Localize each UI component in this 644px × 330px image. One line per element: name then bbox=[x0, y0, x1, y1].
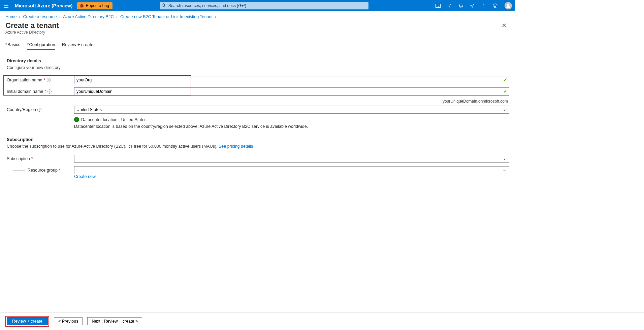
domain-suffix: yourUniqueDomain.onmicrosoft.com bbox=[7, 99, 509, 104]
checkmark-icon: ✓ bbox=[504, 89, 507, 94]
svg-point-5 bbox=[494, 5, 495, 5]
page-title: Create a tenant bbox=[5, 21, 59, 30]
top-bar: Microsoft Azure (Preview) 🐞 Report a bug bbox=[0, 0, 515, 11]
success-icon: ✓ bbox=[74, 117, 79, 122]
info-icon[interactable]: i bbox=[47, 78, 51, 82]
checkmark-icon: ✓ bbox=[504, 77, 507, 82]
chevron-right-icon: › bbox=[215, 14, 216, 19]
row-subscription: Subscription * bbox=[7, 155, 509, 163]
svg-point-7 bbox=[507, 4, 509, 6]
info-icon[interactable]: i bbox=[37, 108, 41, 112]
label-resource-group-text: Resource group bbox=[28, 168, 58, 173]
bug-label: Report a bug bbox=[86, 3, 109, 8]
info-icon[interactable]: i bbox=[47, 89, 52, 94]
crumb-home[interactable]: Home bbox=[5, 14, 17, 19]
label-country-text: Country/Region bbox=[7, 107, 36, 112]
search-wrap bbox=[160, 2, 368, 9]
help-icon[interactable] bbox=[481, 3, 486, 8]
chevron-right-icon: › bbox=[19, 14, 21, 19]
cloud-shell-icon[interactable] bbox=[435, 3, 441, 8]
input-domain-name[interactable] bbox=[74, 87, 509, 96]
label-resource-group: Resource group * bbox=[28, 168, 74, 173]
menu-icon[interactable] bbox=[3, 4, 9, 8]
label-org-name: Organization name * i bbox=[7, 78, 74, 82]
tab-basics[interactable]: *Basics bbox=[5, 42, 20, 50]
highlight-box-review: Review + create bbox=[5, 316, 49, 327]
user-avatar[interactable] bbox=[505, 2, 512, 9]
input-org-name[interactable] bbox=[74, 76, 509, 84]
tab-configuration[interactable]: *Configuration bbox=[27, 42, 55, 50]
label-subscription: Subscription * bbox=[7, 156, 74, 161]
tab-review[interactable]: Review + create bbox=[62, 42, 94, 50]
review-create-button[interactable]: Review + create bbox=[7, 317, 48, 325]
datacenter-location-text: Datacenter location - United States bbox=[81, 117, 147, 122]
label-domain-name-text: Initial domain name bbox=[7, 89, 43, 94]
report-bug-button[interactable]: 🐞 Report a bug bbox=[77, 2, 112, 9]
create-new-rg-link[interactable]: Create new bbox=[74, 174, 96, 179]
directory-section-title: Directory details bbox=[7, 58, 509, 63]
svg-line-1 bbox=[164, 6, 165, 7]
tab-configuration-label: Configuration bbox=[29, 42, 55, 47]
breadcrumb: Home › Create a resource › Azure Active … bbox=[0, 11, 515, 21]
subscription-section-desc: Choose the subscription to use for Azure… bbox=[7, 144, 509, 149]
crumb-create-resource[interactable]: Create a resource bbox=[23, 14, 57, 19]
pricing-link[interactable]: See pricing details bbox=[219, 144, 253, 149]
search-icon bbox=[162, 3, 166, 8]
tabs: *Basics *Configuration Review + create bbox=[0, 39, 515, 50]
previous-button[interactable]: < Previous bbox=[54, 317, 83, 325]
label-org-name-text: Organization name bbox=[7, 78, 42, 82]
tree-connector-icon bbox=[13, 166, 25, 171]
required-marker: * bbox=[59, 168, 61, 173]
brand-label[interactable]: Microsoft Azure (Preview) bbox=[15, 3, 72, 8]
required-marker: * bbox=[31, 156, 33, 161]
notifications-icon[interactable] bbox=[458, 3, 463, 8]
select-country[interactable]: United States bbox=[74, 106, 509, 114]
subscription-section-title: Subscription bbox=[7, 137, 509, 142]
svg-point-4 bbox=[493, 4, 497, 8]
directory-filter-icon[interactable] bbox=[447, 3, 452, 8]
select-subscription[interactable] bbox=[74, 155, 509, 163]
row-country: Country/Region i United States bbox=[7, 106, 509, 114]
tab-review-label: Review + create bbox=[62, 42, 94, 47]
subscription-desc-text: Choose the subscription to use for Azure… bbox=[7, 144, 219, 149]
svg-point-0 bbox=[162, 4, 165, 6]
required-marker: * bbox=[44, 78, 45, 82]
settings-icon[interactable] bbox=[470, 3, 475, 8]
crumb-create-link-tenant[interactable]: Create new B2C Tenant or Link to existin… bbox=[120, 14, 213, 19]
required-marker: * bbox=[44, 89, 46, 94]
chevron-right-icon: › bbox=[116, 14, 118, 19]
row-resource-group: Resource group * bbox=[7, 166, 509, 174]
chevron-right-icon: › bbox=[59, 14, 61, 19]
crumb-aad-b2c[interactable]: Azure Active Directory B2C bbox=[63, 14, 114, 19]
label-country: Country/Region i bbox=[7, 107, 74, 112]
label-domain-name: Initial domain name * i bbox=[7, 89, 74, 94]
more-icon[interactable]: ··· bbox=[63, 23, 68, 28]
directory-section-desc: Configure your new directory bbox=[7, 65, 509, 70]
datacenter-note: Datacenter location is based on the coun… bbox=[74, 124, 509, 129]
select-resource-group[interactable] bbox=[74, 166, 509, 174]
row-org-name: Organization name * i ✓ bbox=[7, 76, 509, 84]
search-input[interactable] bbox=[160, 2, 368, 9]
page-subtitle: Azure Active Directory bbox=[0, 30, 515, 39]
datacenter-location: ✓ Datacenter location - United States bbox=[74, 117, 509, 122]
tab-basics-label: Basics bbox=[7, 42, 20, 47]
next-button[interactable]: Next : Review + create > bbox=[87, 317, 142, 325]
feedback-icon[interactable] bbox=[492, 3, 498, 8]
close-icon[interactable]: ✕ bbox=[502, 22, 509, 29]
title-row: Create a tenant ··· ✕ bbox=[0, 21, 515, 30]
content: Directory details Configure your new dir… bbox=[0, 50, 515, 179]
row-domain-name: Initial domain name * i ✓ bbox=[7, 87, 509, 96]
bug-icon: 🐞 bbox=[79, 3, 84, 8]
toolbar-icons bbox=[435, 3, 498, 8]
footer: Review + create < Previous Next : Review… bbox=[0, 312, 515, 330]
svg-point-3 bbox=[472, 5, 473, 6]
svg-point-6 bbox=[496, 5, 496, 5]
label-subscription-text: Subscription bbox=[7, 156, 30, 161]
svg-rect-2 bbox=[436, 4, 440, 7]
